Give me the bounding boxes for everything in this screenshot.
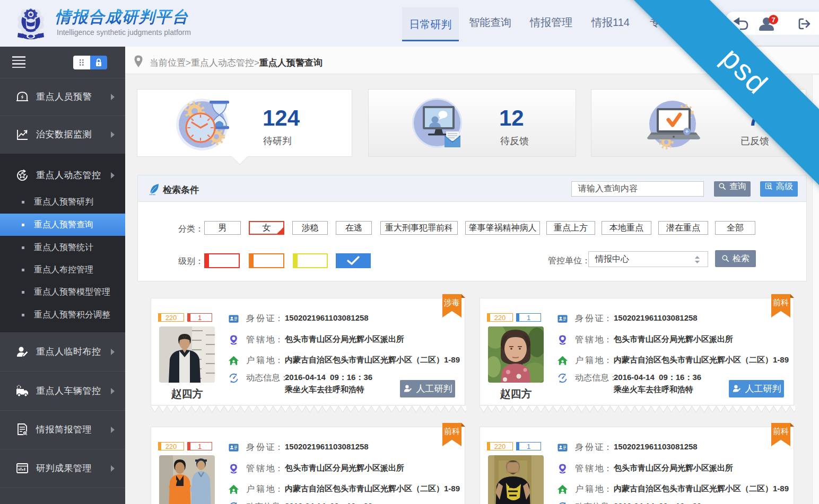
svg-text:7: 7 [771,16,775,24]
